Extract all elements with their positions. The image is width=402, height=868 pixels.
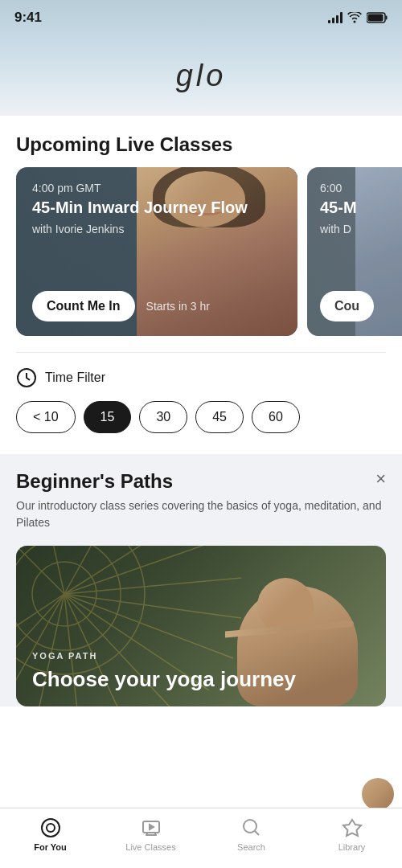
time-pill-lt10[interactable]: < 10 — [16, 401, 76, 433]
time-filter-header: Time Filter — [16, 367, 386, 388]
nav-label-library: Library — [338, 842, 366, 852]
avatar[interactable] — [362, 778, 394, 810]
app-logo: glo — [176, 59, 227, 93]
time-pill-45[interactable]: 45 — [195, 401, 244, 433]
count-me-in-button-2[interactable]: Cou — [320, 291, 374, 321]
card-top-2: 6:00 45-M with D — [320, 182, 402, 235]
live-card-2[interactable]: 6:00 45-M with D Cou — [307, 167, 402, 336]
clock-icon — [16, 367, 37, 388]
nav-label-search: Search — [237, 842, 265, 852]
nav-item-live-classes[interactable]: Live Classes — [100, 817, 201, 852]
bottom-nav: For You Live Classes Search Libr — [0, 808, 402, 868]
beginners-header: Beginner's Paths × — [16, 470, 386, 493]
app-header: glo — [0, 35, 402, 116]
time-pill-60[interactable]: 60 — [252, 401, 300, 433]
time-pill-15[interactable]: 15 — [84, 401, 132, 433]
beginners-title: Beginner's Paths — [16, 470, 173, 493]
card-title-2: 45-M — [320, 198, 402, 218]
card-top: 4:00 pm GMT 45-Min Inward Journey Flow w… — [32, 182, 281, 235]
svg-point-24 — [47, 824, 55, 832]
card-content-2: 6:00 45-M with D Cou — [307, 167, 402, 336]
card-title: 45-Min Inward Journey Flow — [32, 198, 281, 218]
nav-label-live-classes: Live Classes — [125, 842, 175, 852]
for-you-icon — [39, 817, 62, 839]
card-instructor: with Ivorie Jenkins — [32, 223, 281, 235]
live-classes-scroll[interactable]: 4:00 pm GMT 45-Min Inward Journey Flow w… — [0, 167, 402, 352]
search-icon — [240, 817, 263, 839]
card-instructor-2: with D — [320, 223, 402, 235]
yoga-path-card[interactable]: YOGA PATH Choose your yoga journey — [16, 546, 386, 706]
yoga-path-title: Choose your yoga journey — [32, 667, 370, 692]
yoga-path-label: YOGA PATH — [32, 651, 370, 661]
card-bottom: Count Me In Starts in 3 hr — [32, 291, 281, 321]
beginners-section: Beginner's Paths × Our introductory clas… — [0, 454, 402, 706]
card-time-2: 6:00 — [320, 182, 402, 194]
live-card[interactable]: 4:00 pm GMT 45-Min Inward Journey Flow w… — [16, 167, 297, 336]
library-icon — [341, 817, 363, 839]
status-time: 9:41 — [14, 10, 42, 26]
status-bar: 9:41 — [0, 0, 402, 35]
battery-icon — [367, 12, 388, 23]
svg-rect-1 — [386, 16, 388, 20]
time-filter-section: Time Filter < 10 15 30 45 60 — [0, 353, 402, 446]
card-bottom-2: Cou — [320, 291, 402, 321]
time-pill-30[interactable]: 30 — [139, 401, 187, 433]
beginners-close-button[interactable]: × — [375, 470, 386, 488]
signal-bars-icon — [328, 12, 343, 23]
svg-rect-2 — [368, 14, 384, 22]
svg-point-26 — [244, 820, 256, 833]
svg-marker-27 — [343, 820, 361, 836]
yoga-path-content: YOGA PATH Choose your yoga journey — [16, 546, 386, 706]
main-content: Upcoming Live Classes 4:00 pm GMT 45-Min… — [0, 116, 402, 807]
status-icons — [328, 12, 388, 23]
nav-item-library[interactable]: Library — [302, 817, 402, 852]
starts-in-text: Starts in 3 hr — [146, 300, 210, 313]
wifi-icon — [347, 12, 362, 23]
beginners-description: Our introductory class series covering t… — [16, 497, 386, 531]
upcoming-section-title: Upcoming Live Classes — [0, 116, 402, 167]
card-time: 4:00 pm GMT — [32, 182, 281, 194]
time-filter-label: Time Filter — [45, 371, 105, 385]
count-me-in-button[interactable]: Count Me In — [32, 291, 135, 321]
svg-point-23 — [42, 819, 59, 837]
card-content: 4:00 pm GMT 45-Min Inward Journey Flow w… — [16, 167, 297, 336]
nav-item-search[interactable]: Search — [201, 817, 302, 852]
time-pills: < 10 15 30 45 60 — [16, 401, 386, 435]
nav-label-for-you: For You — [34, 842, 67, 852]
live-classes-icon — [140, 817, 162, 839]
nav-item-for-you[interactable]: For You — [0, 817, 100, 852]
